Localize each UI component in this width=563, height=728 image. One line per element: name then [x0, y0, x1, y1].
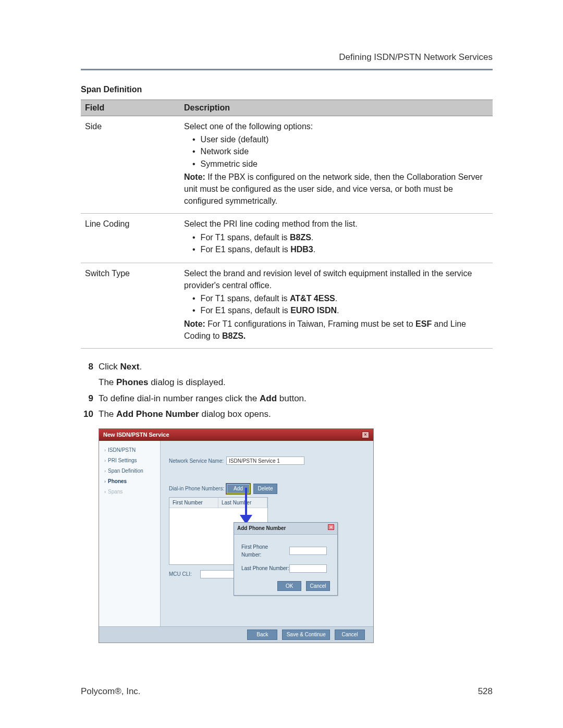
- sidebar-item-spans: ›Spans: [101, 487, 158, 497]
- close-icon[interactable]: ×: [328, 524, 334, 530]
- list-item: Symmetric side: [192, 158, 488, 170]
- dialog-titlebar: New ISDN/PSTN Service ×: [99, 429, 373, 441]
- page-header-title: Defining ISDN/PSTN Network Services: [81, 52, 493, 69]
- col-header-description: Description: [180, 100, 493, 116]
- list-item: User side (default): [192, 133, 488, 145]
- step-number: 10: [81, 408, 99, 421]
- steps-list: 8 Click Next. The Phones dialog is displ…: [81, 360, 493, 643]
- table-row: Switch Type Select the brand and revisio…: [81, 263, 493, 348]
- close-icon[interactable]: ×: [362, 431, 369, 438]
- cell-desc: Select the brand and revision level of s…: [180, 263, 493, 348]
- note-text: If the PBX is configured on the network …: [184, 172, 483, 205]
- sidebar-item-pri[interactable]: ›PRI Settings: [101, 455, 158, 466]
- cell-desc: Select one of the following options: Use…: [180, 116, 493, 214]
- chevron-right-icon: ›: [104, 458, 106, 463]
- note-label: Note:: [184, 172, 205, 181]
- step-number: 9: [81, 392, 99, 405]
- ok-button[interactable]: OK: [277, 581, 301, 591]
- list-item: Network side: [192, 145, 488, 157]
- step-body: The Add Phone Number dialog box opens.: [99, 408, 493, 421]
- network-service-name-input[interactable]: [226, 456, 304, 465]
- chevron-right-icon: ›: [104, 489, 106, 495]
- list-item: For T1 spans, default is AT&T 4ESS.: [192, 292, 488, 304]
- last-phone-input[interactable]: [289, 564, 327, 573]
- note-label: Note:: [184, 319, 205, 328]
- last-phone-label: Last Phone Number:: [241, 564, 289, 573]
- row-intro: Select the brand and revision level of s…: [184, 269, 472, 290]
- cell-field: Side: [81, 116, 180, 214]
- nsn-label: Network Service Name:: [169, 457, 226, 465]
- step-subtext: The Phones dialog is displayed.: [99, 376, 493, 389]
- step-number: 8: [81, 360, 99, 374]
- first-phone-label: First Phone Number:: [241, 543, 289, 559]
- arrow-annotation: [245, 488, 247, 517]
- list-item: For E1 spans, default is EURO ISDN.: [192, 304, 488, 316]
- dialog-title: New ISDN/PSTN Service: [103, 430, 169, 439]
- mcu-cli-label: MCU CLI:: [169, 570, 200, 578]
- table-row: Side Select one of the following options…: [81, 116, 493, 214]
- dialog-main: Network Service Name: Dial-in Phone Numb…: [161, 441, 373, 626]
- sidebar-item-isdn[interactable]: ›ISDN/PSTN: [101, 445, 158, 455]
- list-item: For E1 spans, default is HDB3.: [192, 243, 488, 255]
- list-item: For T1 spans, default is B8ZS.: [192, 231, 488, 243]
- row-intro: Select the PRI line coding method from t…: [184, 219, 358, 228]
- sidebar-item-span[interactable]: ›Span Definition: [101, 466, 158, 476]
- col-last-number: Last Number: [218, 498, 267, 508]
- delete-button[interactable]: Delete: [253, 484, 277, 494]
- chevron-right-icon: ›: [104, 468, 106, 474]
- col-first-number: First Number: [169, 498, 218, 508]
- dialin-label: Dial-in Phone Numbers:: [169, 485, 226, 493]
- step-body: Click Next.: [99, 360, 493, 374]
- chevron-right-icon: ›: [104, 479, 106, 484]
- save-continue-button[interactable]: Save & Continue: [282, 630, 330, 640]
- header-rule: [81, 69, 493, 70]
- table-row: Line Coding Select the PRI line coding m…: [81, 214, 493, 263]
- popup-title: Add Phone Number: [237, 524, 286, 533]
- sidebar-item-phones[interactable]: ›Phones: [101, 476, 158, 487]
- cell-desc: Select the PRI line coding method from t…: [180, 214, 493, 263]
- dialog-sidebar: ›ISDN/PSTN ›PRI Settings ›Span Definitio…: [99, 441, 161, 626]
- cell-field: Switch Type: [81, 263, 180, 348]
- add-phone-number-popup: Add Phone Number × First Phone Number: L…: [234, 522, 338, 596]
- span-definition-table: Field Description Side Select one of the…: [81, 100, 493, 349]
- note-text: For T1 configurations in Taiwan, Framing…: [205, 319, 415, 328]
- cancel-button[interactable]: Cancel: [306, 581, 330, 591]
- cancel-button[interactable]: Cancel: [335, 630, 365, 640]
- row-intro: Select one of the following options:: [184, 122, 313, 131]
- cell-field: Line Coding: [81, 214, 180, 263]
- col-header-field: Field: [81, 100, 180, 116]
- back-button[interactable]: Back: [247, 630, 277, 640]
- first-phone-input[interactable]: [289, 547, 327, 555]
- isdn-service-dialog: New ISDN/PSTN Service × ›ISDN/PSTN ›PRI …: [99, 428, 374, 643]
- chevron-right-icon: ›: [104, 448, 106, 453]
- dialog-footer: Back Save & Continue Cancel: [99, 626, 373, 643]
- footer-page-number: 528: [478, 686, 493, 697]
- footer-company: Polycom®, Inc.: [81, 686, 141, 697]
- table-caption: Span Definition: [81, 85, 493, 94]
- step-body: To define dial-in number ranges click th…: [99, 392, 493, 405]
